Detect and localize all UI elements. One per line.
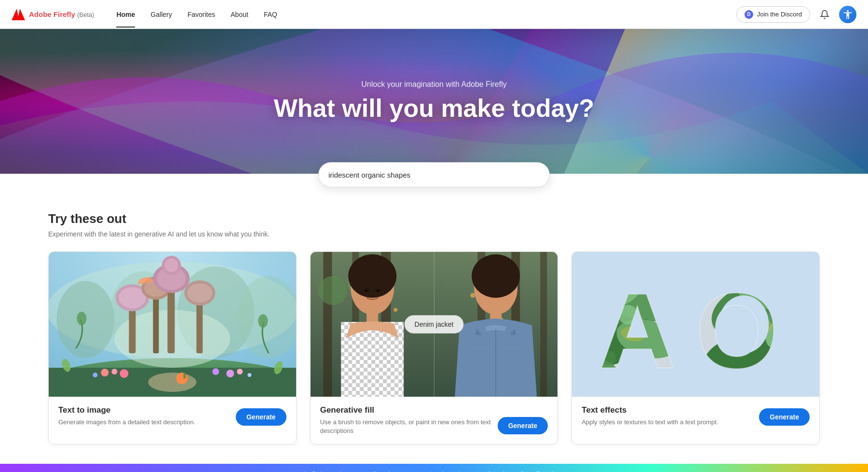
text-effects-preview: A O [572, 252, 819, 397]
svg-point-34 [77, 312, 86, 325]
card-text-gen-fill: Generative fill Use a brush to remove ob… [320, 405, 492, 435]
nav-item-home[interactable]: Home [109, 7, 142, 22]
svg-point-32 [176, 373, 188, 384]
generate-gen-fill-button[interactable]: Generate [498, 417, 548, 434]
header-actions: D Join the Discord [736, 6, 856, 23]
brand-name: Adobe Firefly (Beta) [29, 10, 94, 18]
hero-subtitle: Unlock your imagination with Adobe Firef… [361, 80, 506, 89]
svg-text:O: O [696, 272, 778, 390]
cards-grid: Text to image Generate images from a det… [48, 251, 820, 444]
hero-content: Unlock your imagination with Adobe Firef… [0, 29, 868, 174]
svg-point-27 [120, 369, 128, 378]
avatar-icon [842, 9, 853, 20]
text-to-image-card: Text to image Generate images from a det… [48, 251, 297, 444]
text-effects-card: A O [571, 251, 820, 444]
text-to-image-preview [49, 252, 296, 397]
adobe-logo-icon [12, 9, 25, 20]
svg-point-36 [93, 373, 97, 377]
card-body-text-to-image: Text to image Generate images from a det… [49, 397, 296, 435]
user-avatar[interactable] [839, 6, 856, 23]
nav-item-about[interactable]: About [224, 7, 255, 22]
svg-point-55 [364, 289, 369, 292]
svg-point-19 [164, 259, 178, 272]
svg-point-30 [237, 369, 243, 375]
card-desc-gen-fill: Use a brush to remove objects, or paint … [320, 418, 492, 435]
text-effects-illustration: A O [572, 252, 819, 397]
card-name-gen-fill: Generative fill [320, 405, 492, 415]
section-subtitle: Experiment with the latest in generative… [48, 230, 820, 238]
card-body-text-effects: Text effects Apply styles or textures to… [572, 397, 819, 435]
svg-point-37 [247, 373, 251, 377]
generate-text-to-image-button[interactable]: Generate [236, 408, 286, 426]
svg-rect-33 [183, 374, 186, 378]
logo[interactable]: Adobe Firefly (Beta) [12, 9, 94, 20]
search-bar[interactable] [318, 162, 550, 187]
card-desc-text-effects: Apply styles or textures to text with a … [582, 418, 753, 427]
svg-point-28 [212, 368, 219, 375]
svg-point-29 [226, 370, 234, 377]
notifications-button[interactable] [816, 6, 833, 23]
nav-item-gallery[interactable]: Gallery [144, 7, 178, 22]
hero-section: Unlock your imagination with Adobe Firef… [0, 29, 868, 174]
gen-fill-prompt-label[interactable]: Denim jacket [405, 315, 464, 333]
discord-button[interactable]: D Join the Discord [736, 6, 810, 23]
main-nav: Home Gallery Favorites About FAQ [109, 7, 736, 22]
card-text-text-effects: Text effects Apply styles or textures to… [582, 405, 753, 427]
card-name-text-to-image: Text to image [58, 405, 230, 415]
svg-point-56 [376, 289, 380, 292]
card-desc-text-to-image: Generate images from a detailed text des… [58, 418, 230, 427]
nav-item-favorites[interactable]: Favorites [181, 7, 222, 22]
svg-point-35 [258, 314, 268, 328]
discord-icon: D [745, 10, 753, 19]
hero-title: What will you make today? [274, 95, 595, 122]
svg-rect-12 [153, 291, 159, 353]
header: Adobe Firefly (Beta) Home Gallery Favori… [0, 0, 868, 29]
card-body-gen-fill: Generative fill Use a brush to remove ob… [311, 397, 558, 444]
svg-point-65 [472, 254, 520, 298]
card-name-text-effects: Text effects [582, 405, 753, 415]
card-text-text-to-image: Text to image Generate images from a det… [58, 405, 230, 427]
fantasy-garden-illustration [49, 252, 296, 397]
svg-point-54 [348, 254, 396, 298]
try-these-out-section: Try these out Experiment with the latest… [0, 202, 868, 464]
svg-text:A: A [599, 272, 676, 390]
svg-point-31 [148, 373, 196, 392]
bottom-banner: Firefly is coming to your favorite apps,… [0, 464, 868, 472]
svg-point-25 [101, 369, 108, 376]
search-input[interactable] [328, 171, 540, 179]
search-container [0, 162, 868, 187]
section-title: Try these out [48, 211, 820, 226]
svg-point-26 [111, 369, 117, 375]
nav-item-faq[interactable]: FAQ [257, 7, 284, 22]
generative-fill-card: Denim jacket Generative fill Use a brush… [310, 251, 558, 444]
generate-text-effects-button[interactable]: Generate [759, 408, 810, 426]
svg-point-22 [187, 283, 212, 303]
bell-icon [820, 10, 829, 19]
generative-fill-preview: Denim jacket [311, 252, 558, 397]
